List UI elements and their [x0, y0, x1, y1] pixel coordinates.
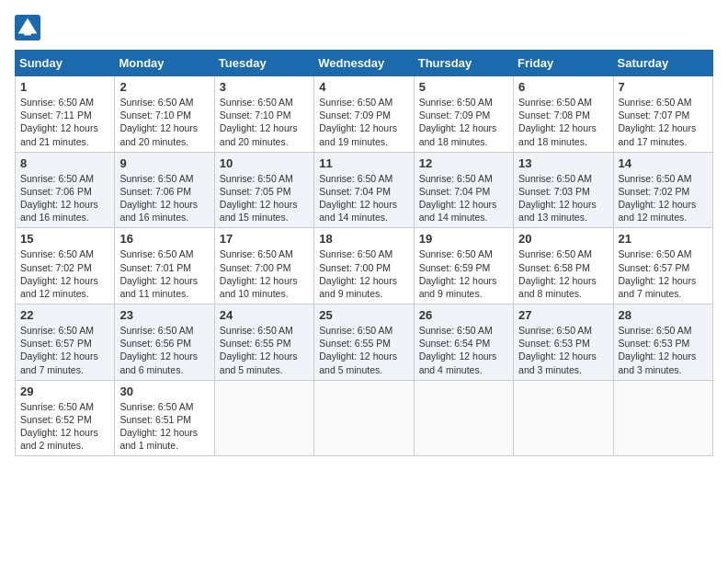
day-info: Sunrise: 6:50 AM Sunset: 6:58 PM Dayligh…	[518, 247, 608, 300]
day-info: Sunrise: 6:50 AM Sunset: 7:06 PM Dayligh…	[20, 172, 109, 224]
day-info: Sunrise: 6:50 AM Sunset: 7:00 PM Dayligh…	[220, 247, 309, 300]
day-info: Sunrise: 6:50 AM Sunset: 6:57 PM Dayligh…	[619, 247, 708, 300]
day-number: 16	[119, 232, 209, 246]
page-header	[15, 15, 713, 40]
day-info: Sunrise: 6:50 AM Sunset: 6:55 PM Dayligh…	[220, 324, 309, 376]
day-info: Sunrise: 6:50 AM Sunset: 7:01 PM Dayligh…	[119, 247, 209, 300]
day-number: 3	[220, 80, 309, 94]
calendar-cell: 26 Sunrise: 6:50 AM Sunset: 6:54 PM Dayl…	[414, 304, 513, 381]
day-number: 1	[20, 80, 109, 94]
day-header-friday: Friday	[514, 51, 613, 76]
calendar-cell: 18 Sunrise: 6:50 AM Sunset: 7:00 PM Dayl…	[314, 228, 414, 304]
calendar-cell: 17 Sunrise: 6:50 AM Sunset: 7:00 PM Dayl…	[214, 228, 313, 304]
day-info: Sunrise: 6:50 AM Sunset: 7:06 PM Dayligh…	[119, 172, 209, 224]
day-number: 29	[20, 385, 109, 398]
day-number: 13	[518, 156, 608, 170]
day-info: Sunrise: 6:50 AM Sunset: 7:04 PM Dayligh…	[319, 172, 408, 224]
day-info: Sunrise: 6:50 AM Sunset: 7:02 PM Dayligh…	[619, 172, 708, 224]
day-number: 8	[20, 156, 109, 170]
calendar-cell	[613, 380, 712, 456]
day-info: Sunrise: 6:50 AM Sunset: 7:07 PM Dayligh…	[619, 96, 708, 148]
day-info: Sunrise: 6:50 AM Sunset: 7:04 PM Dayligh…	[419, 172, 508, 224]
calendar-cell: 8 Sunrise: 6:50 AM Sunset: 7:06 PM Dayli…	[16, 152, 115, 228]
day-header-monday: Monday	[115, 51, 214, 76]
calendar-cell: 25 Sunrise: 6:50 AM Sunset: 6:55 PM Dayl…	[314, 304, 414, 381]
day-number: 24	[220, 308, 309, 322]
calendar-cell	[214, 380, 313, 456]
calendar-cell: 22 Sunrise: 6:50 AM Sunset: 6:57 PM Dayl…	[16, 304, 115, 381]
day-number: 10	[220, 156, 309, 170]
day-info: Sunrise: 6:50 AM Sunset: 6:57 PM Dayligh…	[20, 324, 109, 376]
calendar-cell: 10 Sunrise: 6:50 AM Sunset: 7:05 PM Dayl…	[214, 152, 313, 228]
calendar-cell: 30 Sunrise: 6:50 AM Sunset: 6:51 PM Dayl…	[115, 380, 214, 456]
calendar-cell: 16 Sunrise: 6:50 AM Sunset: 7:01 PM Dayl…	[115, 228, 214, 304]
day-info: Sunrise: 6:50 AM Sunset: 7:02 PM Dayligh…	[20, 247, 109, 300]
day-info: Sunrise: 6:50 AM Sunset: 7:08 PM Dayligh…	[518, 96, 608, 148]
calendar-cell: 21 Sunrise: 6:50 AM Sunset: 6:57 PM Dayl…	[613, 228, 712, 304]
day-number: 25	[319, 308, 408, 322]
day-number: 30	[119, 385, 209, 398]
calendar-cell: 15 Sunrise: 6:50 AM Sunset: 7:02 PM Dayl…	[16, 228, 115, 304]
day-header-thursday: Thursday	[414, 51, 513, 76]
day-info: Sunrise: 6:50 AM Sunset: 7:05 PM Dayligh…	[220, 172, 309, 224]
day-info: Sunrise: 6:50 AM Sunset: 7:03 PM Dayligh…	[518, 172, 608, 224]
day-number: 17	[220, 232, 309, 246]
day-info: Sunrise: 6:50 AM Sunset: 6:56 PM Dayligh…	[119, 324, 209, 376]
day-header-saturday: Saturday	[613, 51, 712, 76]
calendar-cell: 6 Sunrise: 6:50 AM Sunset: 7:08 PM Dayli…	[514, 76, 613, 153]
day-info: Sunrise: 6:50 AM Sunset: 6:59 PM Dayligh…	[419, 247, 508, 300]
day-info: Sunrise: 6:50 AM Sunset: 6:53 PM Dayligh…	[619, 324, 708, 376]
day-number: 5	[419, 80, 508, 94]
day-info: Sunrise: 6:50 AM Sunset: 6:55 PM Dayligh…	[319, 324, 408, 376]
calendar-cell: 1 Sunrise: 6:50 AM Sunset: 7:11 PM Dayli…	[16, 76, 115, 153]
calendar-cell: 11 Sunrise: 6:50 AM Sunset: 7:04 PM Dayl…	[314, 152, 414, 228]
calendar-cell: 13 Sunrise: 6:50 AM Sunset: 7:03 PM Dayl…	[514, 152, 613, 228]
day-number: 26	[419, 308, 508, 322]
day-number: 28	[619, 308, 708, 322]
day-header-tuesday: Tuesday	[214, 51, 313, 76]
logo	[15, 15, 44, 40]
day-number: 23	[119, 308, 209, 322]
day-number: 15	[20, 232, 109, 246]
calendar-cell: 7 Sunrise: 6:50 AM Sunset: 7:07 PM Dayli…	[613, 76, 712, 153]
logo-icon	[15, 15, 40, 40]
calendar-cell: 5 Sunrise: 6:50 AM Sunset: 7:09 PM Dayli…	[414, 76, 513, 153]
calendar-cell: 23 Sunrise: 6:50 AM Sunset: 6:56 PM Dayl…	[115, 304, 214, 381]
day-number: 2	[119, 80, 209, 94]
calendar-cell: 28 Sunrise: 6:50 AM Sunset: 6:53 PM Dayl…	[613, 304, 712, 381]
calendar-table: SundayMondayTuesdayWednesdayThursdayFrid…	[15, 50, 713, 456]
calendar-cell	[414, 380, 513, 456]
day-info: Sunrise: 6:50 AM Sunset: 7:10 PM Dayligh…	[220, 96, 309, 148]
day-header-wednesday: Wednesday	[314, 51, 414, 76]
day-number: 7	[619, 80, 708, 94]
day-info: Sunrise: 6:50 AM Sunset: 7:09 PM Dayligh…	[319, 96, 408, 148]
day-number: 4	[319, 80, 408, 94]
calendar-cell: 27 Sunrise: 6:50 AM Sunset: 6:53 PM Dayl…	[514, 304, 613, 381]
day-number: 14	[619, 156, 708, 170]
calendar-cell: 24 Sunrise: 6:50 AM Sunset: 6:55 PM Dayl…	[214, 304, 313, 381]
day-number: 6	[518, 80, 608, 94]
day-info: Sunrise: 6:50 AM Sunset: 7:00 PM Dayligh…	[319, 247, 408, 300]
day-info: Sunrise: 6:50 AM Sunset: 7:10 PM Dayligh…	[119, 96, 209, 148]
day-info: Sunrise: 6:50 AM Sunset: 6:52 PM Dayligh…	[20, 400, 109, 453]
day-info: Sunrise: 6:50 AM Sunset: 7:11 PM Dayligh…	[20, 96, 109, 148]
calendar-cell: 20 Sunrise: 6:50 AM Sunset: 6:58 PM Dayl…	[514, 228, 613, 304]
day-header-sunday: Sunday	[16, 51, 115, 76]
calendar-cell: 9 Sunrise: 6:50 AM Sunset: 7:06 PM Dayli…	[115, 152, 214, 228]
calendar-cell	[314, 380, 414, 456]
day-number: 21	[619, 232, 708, 246]
day-number: 27	[518, 308, 608, 322]
day-info: Sunrise: 6:50 AM Sunset: 6:54 PM Dayligh…	[419, 324, 508, 376]
calendar-cell: 12 Sunrise: 6:50 AM Sunset: 7:04 PM Dayl…	[414, 152, 513, 228]
day-number: 9	[119, 156, 209, 170]
day-info: Sunrise: 6:50 AM Sunset: 7:09 PM Dayligh…	[419, 96, 508, 148]
calendar-cell: 4 Sunrise: 6:50 AM Sunset: 7:09 PM Dayli…	[314, 76, 414, 153]
calendar-cell: 29 Sunrise: 6:50 AM Sunset: 6:52 PM Dayl…	[16, 380, 115, 456]
calendar-cell: 2 Sunrise: 6:50 AM Sunset: 7:10 PM Dayli…	[115, 76, 214, 153]
day-number: 11	[319, 156, 408, 170]
day-number: 18	[319, 232, 408, 246]
day-number: 19	[419, 232, 508, 246]
day-number: 20	[518, 232, 608, 246]
day-number: 22	[20, 308, 109, 322]
day-info: Sunrise: 6:50 AM Sunset: 6:51 PM Dayligh…	[119, 400, 209, 453]
